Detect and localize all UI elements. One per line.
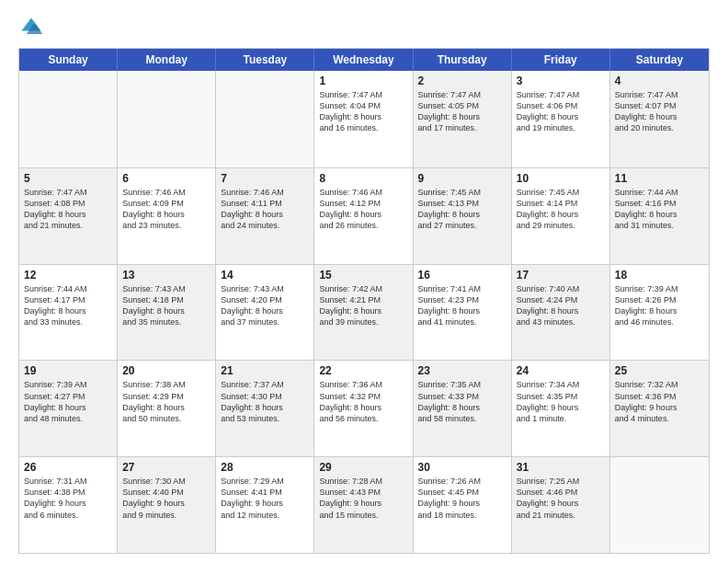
day-number: 17 xyxy=(517,269,605,282)
calendar-week-5: 26Sunrise: 7:31 AM Sunset: 4:38 PM Dayli… xyxy=(19,456,709,553)
calendar-cell: 18Sunrise: 7:39 AM Sunset: 4:26 PM Dayli… xyxy=(610,265,709,361)
calendar-week-3: 12Sunrise: 7:44 AM Sunset: 4:17 PM Dayli… xyxy=(19,264,709,361)
day-number: 12 xyxy=(24,269,112,282)
day-number: 11 xyxy=(615,172,704,185)
day-number: 15 xyxy=(319,269,407,282)
calendar-week-2: 5Sunrise: 7:47 AM Sunset: 4:08 PM Daylig… xyxy=(19,167,709,264)
cell-info: Sunrise: 7:45 AM Sunset: 4:13 PM Dayligh… xyxy=(418,187,506,232)
cell-info: Sunrise: 7:34 AM Sunset: 4:35 PM Dayligh… xyxy=(517,379,605,424)
day-number: 19 xyxy=(24,364,112,377)
cell-info: Sunrise: 7:32 AM Sunset: 4:36 PM Dayligh… xyxy=(615,379,704,424)
day-number: 27 xyxy=(122,461,210,474)
calendar-cell: 14Sunrise: 7:43 AM Sunset: 4:20 PM Dayli… xyxy=(216,265,314,361)
calendar-cell: 11Sunrise: 7:44 AM Sunset: 4:16 PM Dayli… xyxy=(610,168,709,264)
calendar-cell xyxy=(19,71,118,167)
calendar-cell: 9Sunrise: 7:45 AM Sunset: 4:13 PM Daylig… xyxy=(414,168,512,264)
cell-info: Sunrise: 7:47 AM Sunset: 4:06 PM Dayligh… xyxy=(517,89,605,134)
day-number: 20 xyxy=(122,364,210,377)
calendar-cell: 28Sunrise: 7:29 AM Sunset: 4:41 PM Dayli… xyxy=(216,457,314,553)
day-number: 26 xyxy=(24,461,112,474)
calendar-cell: 6Sunrise: 7:46 AM Sunset: 4:09 PM Daylig… xyxy=(118,168,216,264)
day-number: 14 xyxy=(221,269,309,282)
calendar-cell xyxy=(118,71,216,167)
calendar-header: SundayMondayTuesdayWednesdayThursdayFrid… xyxy=(19,49,709,71)
cell-info: Sunrise: 7:47 AM Sunset: 4:07 PM Dayligh… xyxy=(615,89,704,134)
weekday-header-wednesday: Wednesday xyxy=(314,49,413,71)
logo xyxy=(18,15,48,40)
calendar-cell: 26Sunrise: 7:31 AM Sunset: 4:38 PM Dayli… xyxy=(19,457,118,553)
logo-icon xyxy=(18,15,44,40)
day-number: 2 xyxy=(418,75,506,87)
calendar-body: 1Sunrise: 7:47 AM Sunset: 4:04 PM Daylig… xyxy=(19,71,709,553)
calendar-cell: 4Sunrise: 7:47 AM Sunset: 4:07 PM Daylig… xyxy=(610,71,709,167)
day-number: 23 xyxy=(418,364,506,377)
cell-info: Sunrise: 7:40 AM Sunset: 4:24 PM Dayligh… xyxy=(517,283,605,328)
calendar-cell: 2Sunrise: 7:47 AM Sunset: 4:05 PM Daylig… xyxy=(414,71,512,167)
day-number: 25 xyxy=(615,364,704,377)
day-number: 28 xyxy=(221,461,309,474)
day-number: 13 xyxy=(122,269,210,282)
cell-info: Sunrise: 7:46 AM Sunset: 4:12 PM Dayligh… xyxy=(319,187,407,232)
calendar-cell: 3Sunrise: 7:47 AM Sunset: 4:06 PM Daylig… xyxy=(512,71,610,167)
cell-info: Sunrise: 7:46 AM Sunset: 4:09 PM Dayligh… xyxy=(122,187,210,232)
cell-info: Sunrise: 7:44 AM Sunset: 4:17 PM Dayligh… xyxy=(24,283,112,328)
cell-info: Sunrise: 7:30 AM Sunset: 4:40 PM Dayligh… xyxy=(122,476,210,521)
calendar-cell: 7Sunrise: 7:46 AM Sunset: 4:11 PM Daylig… xyxy=(216,168,314,264)
calendar-cell: 24Sunrise: 7:34 AM Sunset: 4:35 PM Dayli… xyxy=(512,361,610,456)
cell-info: Sunrise: 7:44 AM Sunset: 4:16 PM Dayligh… xyxy=(615,187,704,232)
calendar-cell: 19Sunrise: 7:39 AM Sunset: 4:27 PM Dayli… xyxy=(19,361,118,456)
day-number: 1 xyxy=(319,75,407,87)
calendar-cell: 8Sunrise: 7:46 AM Sunset: 4:12 PM Daylig… xyxy=(314,168,413,264)
calendar-cell: 22Sunrise: 7:36 AM Sunset: 4:32 PM Dayli… xyxy=(314,361,413,456)
cell-info: Sunrise: 7:35 AM Sunset: 4:33 PM Dayligh… xyxy=(418,379,506,424)
calendar-cell: 30Sunrise: 7:26 AM Sunset: 4:45 PM Dayli… xyxy=(414,457,512,553)
day-number: 6 xyxy=(122,172,210,185)
weekday-header-friday: Friday xyxy=(512,49,610,71)
calendar-cell xyxy=(610,457,709,553)
calendar-cell: 16Sunrise: 7:41 AM Sunset: 4:23 PM Dayli… xyxy=(414,265,512,361)
header xyxy=(18,15,710,40)
calendar-cell: 10Sunrise: 7:45 AM Sunset: 4:14 PM Dayli… xyxy=(512,168,610,264)
cell-info: Sunrise: 7:29 AM Sunset: 4:41 PM Dayligh… xyxy=(221,476,309,521)
cell-info: Sunrise: 7:47 AM Sunset: 4:04 PM Dayligh… xyxy=(319,89,407,134)
calendar-cell: 1Sunrise: 7:47 AM Sunset: 4:04 PM Daylig… xyxy=(314,71,413,167)
cell-info: Sunrise: 7:31 AM Sunset: 4:38 PM Dayligh… xyxy=(24,476,112,521)
calendar: SundayMondayTuesdayWednesdayThursdayFrid… xyxy=(18,48,710,554)
weekday-header-monday: Monday xyxy=(118,49,216,71)
day-number: 8 xyxy=(319,172,407,185)
calendar-cell: 12Sunrise: 7:44 AM Sunset: 4:17 PM Dayli… xyxy=(19,265,118,361)
day-number: 10 xyxy=(517,172,605,185)
cell-info: Sunrise: 7:25 AM Sunset: 4:46 PM Dayligh… xyxy=(517,476,605,521)
cell-info: Sunrise: 7:41 AM Sunset: 4:23 PM Dayligh… xyxy=(418,283,506,328)
cell-info: Sunrise: 7:42 AM Sunset: 4:21 PM Dayligh… xyxy=(319,283,407,328)
day-number: 29 xyxy=(319,461,407,474)
day-number: 5 xyxy=(24,172,112,185)
day-number: 21 xyxy=(221,364,309,377)
calendar-cell xyxy=(216,71,314,167)
day-number: 30 xyxy=(418,461,506,474)
day-number: 24 xyxy=(517,364,605,377)
calendar-cell: 5Sunrise: 7:47 AM Sunset: 4:08 PM Daylig… xyxy=(19,168,118,264)
weekday-header-sunday: Sunday xyxy=(19,49,118,71)
cell-info: Sunrise: 7:47 AM Sunset: 4:05 PM Dayligh… xyxy=(418,89,506,134)
day-number: 7 xyxy=(221,172,309,185)
cell-info: Sunrise: 7:26 AM Sunset: 4:45 PM Dayligh… xyxy=(418,476,506,521)
page: SundayMondayTuesdayWednesdayThursdayFrid… xyxy=(0,0,728,563)
calendar-cell: 15Sunrise: 7:42 AM Sunset: 4:21 PM Dayli… xyxy=(314,265,413,361)
day-number: 16 xyxy=(418,269,506,282)
calendar-cell: 17Sunrise: 7:40 AM Sunset: 4:24 PM Dayli… xyxy=(512,265,610,361)
day-number: 31 xyxy=(517,461,605,474)
calendar-cell: 21Sunrise: 7:37 AM Sunset: 4:30 PM Dayli… xyxy=(216,361,314,456)
calendar-week-1: 1Sunrise: 7:47 AM Sunset: 4:04 PM Daylig… xyxy=(19,71,709,167)
cell-info: Sunrise: 7:47 AM Sunset: 4:08 PM Dayligh… xyxy=(24,187,112,232)
cell-info: Sunrise: 7:46 AM Sunset: 4:11 PM Dayligh… xyxy=(221,187,309,232)
cell-info: Sunrise: 7:28 AM Sunset: 4:43 PM Dayligh… xyxy=(319,476,407,521)
calendar-cell: 27Sunrise: 7:30 AM Sunset: 4:40 PM Dayli… xyxy=(118,457,216,553)
cell-info: Sunrise: 7:39 AM Sunset: 4:27 PM Dayligh… xyxy=(24,379,112,424)
cell-info: Sunrise: 7:45 AM Sunset: 4:14 PM Dayligh… xyxy=(517,187,605,232)
calendar-cell: 13Sunrise: 7:43 AM Sunset: 4:18 PM Dayli… xyxy=(118,265,216,361)
cell-info: Sunrise: 7:36 AM Sunset: 4:32 PM Dayligh… xyxy=(319,379,407,424)
weekday-header-saturday: Saturday xyxy=(610,49,709,71)
day-number: 3 xyxy=(517,75,605,87)
weekday-header-thursday: Thursday xyxy=(414,49,512,71)
